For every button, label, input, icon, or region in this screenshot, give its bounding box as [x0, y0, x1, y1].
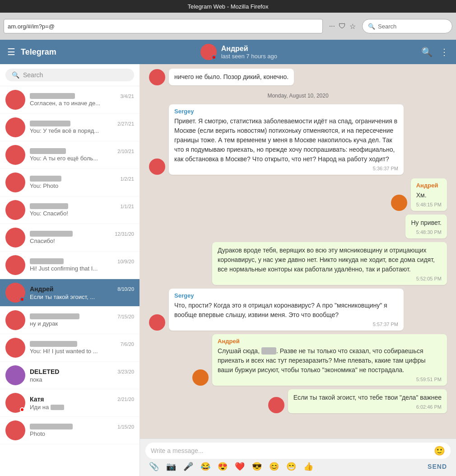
chat-name: Катя	[30, 396, 44, 403]
avatar	[5, 200, 25, 220]
chat-item[interactable]: 1/15/20 Photo	[0, 417, 140, 444]
browser-search-label: Search	[378, 23, 396, 30]
star-icon[interactable]: ☆	[349, 22, 356, 31]
avatar	[5, 145, 25, 165]
avatar	[5, 173, 25, 192]
chat-item[interactable]: 3/4/21 Согласен, а то иначе де...	[0, 86, 140, 114]
header-right: 🔍 ⋮	[421, 47, 449, 57]
bookmark-shield-icon[interactable]: 🛡	[339, 22, 346, 30]
chat-item[interactable]: 12/31/20 Спасибо!	[0, 224, 140, 252]
chat-preview: You: Hi! I just wanted to ...	[30, 348, 120, 355]
message-input[interactable]	[151, 447, 430, 454]
message-time: 5:52:05 PM	[218, 276, 442, 281]
message-row-own: Если ты такой эгоист, что тебе твои "дел…	[149, 389, 447, 413]
microphone-icon[interactable]: 🎤	[183, 462, 193, 471]
chat-info: 7/6/20 You: Hi! I just wanted to ...	[30, 341, 134, 355]
header-chat-status: last seen 7 hours ago	[221, 53, 277, 60]
telegram-header: ☰ Telegram Андрей last seen 7 hours ago …	[0, 40, 456, 64]
chat-preview: You: Спасибо!	[30, 210, 120, 217]
message-avatar-right	[268, 397, 284, 413]
chat-item-top: 1/1/21	[30, 203, 134, 209]
chat-item-top: 7/15/20	[30, 313, 134, 319]
search-icon[interactable]: 🔍	[421, 47, 433, 57]
avatar	[5, 283, 25, 303]
chat-item[interactable]: 2/27/21 You: У тебя всё в поряд...	[0, 114, 140, 141]
attach-file-icon[interactable]: 📎	[149, 462, 159, 471]
chat-item-active[interactable]: Андрей 8/10/20 Если ты такой эгоист, ...	[0, 279, 140, 307]
message-text: Слушай сюда, имя. Разве не ты только что…	[218, 346, 442, 375]
chat-item-top: 12/31/20	[30, 231, 134, 237]
chat-item-deleted[interactable]: DELETED 3/23/20 пока	[0, 362, 140, 389]
chat-item[interactable]: 2/10/21 You: А ты его ещё боль...	[0, 141, 140, 169]
chat-item-top: DELETED 3/23/20	[30, 368, 134, 375]
chat-item-top: 1/2/21	[30, 176, 134, 182]
send-button[interactable]: SEND	[428, 463, 447, 470]
emoji-button[interactable]: 🙂	[434, 445, 445, 456]
grin-emoji-icon[interactable]: 😁	[286, 462, 296, 471]
chat-item[interactable]: 10/9/20 Hi! Just confirming that I...	[0, 252, 140, 279]
chat-time: 7/15/20	[117, 314, 134, 319]
heart-eyes-emoji-icon[interactable]: 😍	[218, 462, 228, 471]
chat-item[interactable]: 7/6/20 You: Hi! I just wanted to ...	[0, 334, 140, 362]
laughing-emoji-icon[interactable]: 😂	[200, 462, 210, 471]
search-input-container[interactable]: 🔍 Search	[5, 69, 134, 81]
camera-icon[interactable]: 📷	[166, 462, 176, 471]
chat-time: 2/27/21	[117, 121, 134, 126]
online-indicator	[20, 407, 24, 412]
chat-item[interactable]: 1/2/21 You: Photo	[0, 169, 140, 196]
hamburger-button[interactable]: ☰	[7, 47, 15, 57]
chat-info: 2/10/21 You: А ты его ещё боль...	[30, 148, 134, 162]
heart-emoji-icon[interactable]: ❤️	[235, 462, 245, 471]
header-chat-name: Андрей	[221, 45, 277, 53]
message-sender: Sergey	[174, 108, 398, 115]
thumbsup-emoji-icon[interactable]: 👍	[303, 462, 313, 471]
chat-info: 2/27/21 You: У тебя всё в поряд...	[30, 121, 134, 134]
smile-emoji-icon[interactable]: 😊	[269, 462, 279, 471]
chat-preview: You: А ты его ещё боль...	[30, 155, 120, 162]
avatar	[5, 420, 25, 440]
address-bar[interactable]: am.org/#/im?p=@	[4, 19, 323, 33]
chat-name-blurred	[30, 121, 70, 126]
toolbar-icons: 📎 📷 🎤 😂 😍 ❤️ 😎 😊 😁 👍	[149, 462, 313, 471]
message-text: Дураков вроде тебя, верящих во всю эту м…	[218, 246, 442, 274]
window-title: Telegram Web - Mozilla Firefox	[188, 3, 269, 10]
toolbar-row: 📎 📷 🎤 😂 😍 ❤️ 😎 😊 😁 👍 SEND	[145, 459, 451, 472]
chat-preview: Если ты такой эгоист, ...	[30, 294, 120, 300]
chat-preview: Photo	[30, 430, 120, 437]
message-avatar	[149, 314, 165, 331]
more-icon[interactable]: ···	[329, 22, 335, 30]
browser-search-bar[interactable]: 🔍 Search	[362, 19, 452, 33]
more-options-icon[interactable]: ⋮	[440, 47, 449, 57]
chat-name-blurred	[30, 203, 68, 209]
chat-time: 10/9/20	[117, 259, 134, 264]
header-chat-info[interactable]: Андрей last seen 7 hours ago	[62, 44, 416, 60]
chat-item[interactable]: 7/15/20 ну и дурак	[0, 307, 140, 334]
title-bar: Telegram Web - Mozilla Firefox	[0, 0, 456, 13]
chat-time: 1/2/21	[120, 176, 134, 182]
chat-item-katya[interactable]: Катя 2/21/20 Иди на	[0, 389, 140, 417]
chat-info: 12/31/20 Спасибо!	[30, 231, 134, 244]
message-sender: Андрей	[218, 338, 442, 345]
chat-name-blurred	[30, 424, 73, 429]
chat-preview: ну и дурак	[30, 320, 120, 327]
sidebar-search-area: 🔍 Search	[0, 64, 140, 86]
message-row-own: Андрей Слушай сюда, имя. Разве не ты тол…	[149, 334, 447, 386]
chat-name-blurred	[30, 231, 73, 237]
chat-item[interactable]: 1/1/21 You: Спасибо!	[0, 196, 140, 224]
chat-item-top: 2/27/21	[30, 121, 134, 126]
browser-search-icon: 🔍	[368, 23, 375, 30]
message-avatar	[149, 159, 165, 175]
message-sender: Андрей	[416, 182, 442, 189]
chat-info: Андрей 8/10/20 Если ты такой эгоист, ...	[30, 285, 134, 300]
header-left: ☰ Telegram	[7, 47, 56, 57]
message-text: ничего не было. Позор дикий, конечно.	[174, 72, 288, 82]
cool-emoji-icon[interactable]: 😎	[252, 462, 262, 471]
chat-info: 1/1/21 You: Спасибо!	[30, 203, 134, 217]
message-bubble-own: Если ты такой эгоист, что тебе твои "дел…	[288, 389, 447, 413]
chat-time: 1/1/21	[120, 204, 134, 209]
message-text: Хм.	[416, 191, 442, 200]
message-text: Что, прости? Когда это я отрицал коронав…	[174, 301, 398, 320]
chat-preview: You: Photo	[30, 182, 120, 189]
chat-preview: Спасибо!	[30, 238, 120, 244]
browser-icons: ··· 🛡 ☆	[329, 22, 356, 31]
